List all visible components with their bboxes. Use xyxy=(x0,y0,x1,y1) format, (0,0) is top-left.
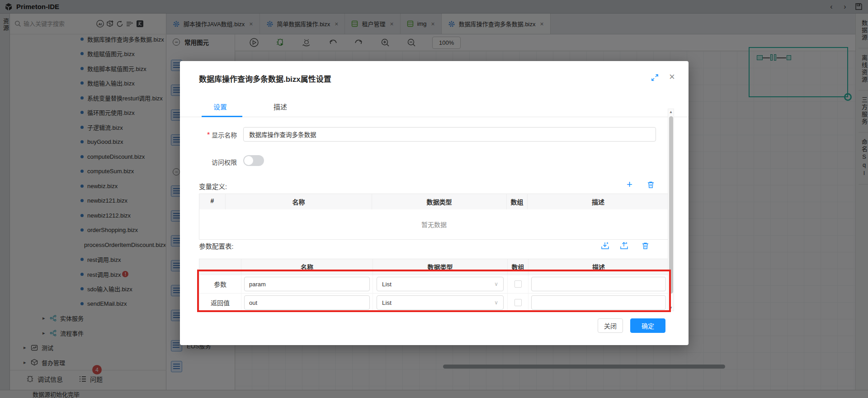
variables-empty-text: 暂无数据 xyxy=(199,209,669,239)
variables-table-header: #名称数据类型数组描述 xyxy=(199,194,669,209)
access-label: 访问权限 xyxy=(212,157,237,166)
confirm-button[interactable]: 确定 xyxy=(630,318,665,333)
column-header: # xyxy=(199,194,226,209)
variables-section-label: 变量定义: xyxy=(199,181,227,191)
delete-variable-icon[interactable] xyxy=(646,180,655,189)
tab-description[interactable]: 描述 xyxy=(274,102,287,111)
delete-params-icon[interactable] xyxy=(641,242,650,250)
scrollbar-thumb[interactable] xyxy=(669,116,673,294)
close-icon[interactable]: × xyxy=(669,71,675,83)
fullscreen-icon[interactable] xyxy=(651,74,659,81)
annotation-highlight-rect xyxy=(197,270,671,312)
variables-table: #名称数据类型数组描述 暂无数据 xyxy=(199,194,669,240)
display-name-row: *显示名称 xyxy=(207,130,237,139)
column-header: 数据类型 xyxy=(372,194,507,209)
column-header: 数组 xyxy=(507,194,528,209)
params-section-label: 参数配置表: xyxy=(199,241,234,251)
display-name-input[interactable] xyxy=(243,127,656,142)
close-button[interactable]: 关闭 xyxy=(598,318,623,333)
required-mark: * xyxy=(207,131,210,139)
display-name-label: 显示名称 xyxy=(212,132,237,139)
add-variable-icon[interactable]: + xyxy=(627,179,632,190)
import-params-icon[interactable] xyxy=(600,241,610,251)
active-tab-underline xyxy=(202,116,242,117)
access-toggle[interactable] xyxy=(243,155,264,166)
dialog-title: 数据库操作查询多条数据.bizx属性设置 xyxy=(199,73,331,84)
primeton-ide-window: Primeton-IDE ‹ › 资源 AI xyxy=(0,0,868,398)
dialog-tab-bar: 设置 描述 xyxy=(180,102,689,117)
tab-settings[interactable]: 设置 xyxy=(213,102,227,111)
column-header: 描述 xyxy=(528,194,669,209)
column-header: 名称 xyxy=(226,194,372,209)
export-params-icon[interactable] xyxy=(619,241,629,251)
scroll-up-icon[interactable]: ▲ xyxy=(668,110,674,114)
